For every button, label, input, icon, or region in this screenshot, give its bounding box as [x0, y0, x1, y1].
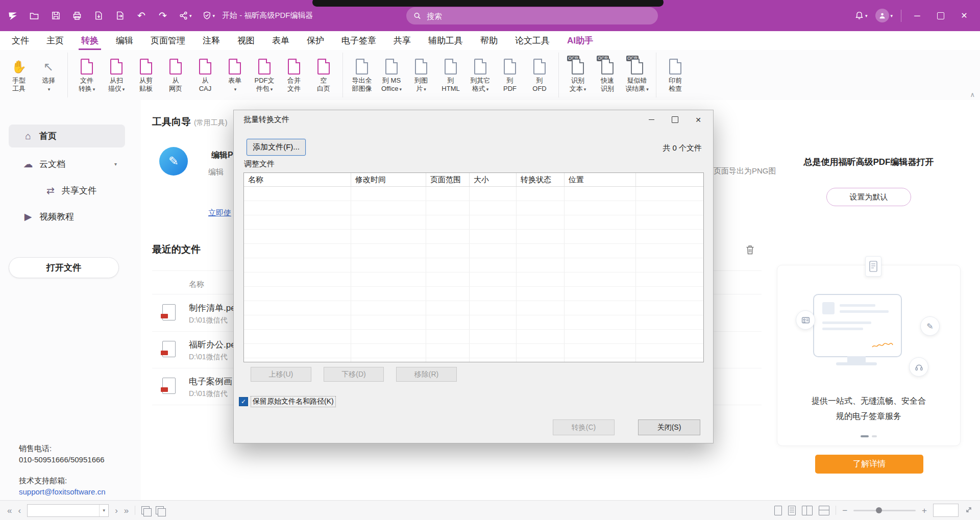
minimize-button[interactable]: ─: [910, 8, 925, 23]
redo-icon[interactable]: ↷: [157, 10, 168, 21]
share-icon[interactable]: ▾: [179, 10, 192, 21]
ribbon-tool[interactable]: OCR 疑似错 误结果▾: [622, 53, 656, 97]
sidebar-item[interactable]: ▶ 视频教程 ▾: [9, 205, 125, 228]
trash-icon[interactable]: [746, 245, 754, 257]
export-image-icon[interactable]: [93, 10, 104, 21]
sidebar-item[interactable]: ⇄ 共享文件 ▾: [9, 181, 125, 200]
dialog-close-button[interactable]: 关闭(S): [638, 419, 700, 435]
menu-item[interactable]: 视图: [229, 31, 263, 50]
add-files-button[interactable]: 添加文件(F)...: [247, 139, 306, 156]
carousel-dots[interactable]: [777, 435, 960, 437]
zoom-slider-thumb[interactable]: [876, 507, 882, 513]
menu-item[interactable]: 文件: [3, 31, 38, 50]
keep-paths-checkbox[interactable]: ✓: [239, 397, 248, 406]
ribbon-tool[interactable]: 合并 文件▾: [279, 53, 309, 97]
clipboard-icon[interactable]: [156, 506, 164, 514]
chevron-down-icon[interactable]: ▼: [99, 505, 108, 516]
support-email-link[interactable]: support@foxitsoftware.cn: [19, 486, 105, 498]
open-file-button[interactable]: 打开文件: [9, 257, 119, 278]
learn-more-button[interactable]: 了解详情: [815, 455, 923, 474]
ribbon-tool[interactable]: PDF文 件包▾: [250, 53, 279, 97]
ribbon-tool[interactable]: 到其它 格式▾: [465, 53, 495, 97]
table-column-header[interactable]: 修改时间: [351, 173, 426, 186]
ribbon-tool[interactable]: OCR 识别 文本▾: [563, 53, 593, 97]
table-column-header[interactable]: 转换状态: [517, 173, 565, 186]
menu-item[interactable]: 论文工具: [506, 31, 558, 50]
continuous-view-icon[interactable]: [788, 506, 796, 515]
next-page-icon[interactable]: ›: [115, 506, 118, 515]
ribbon-tool[interactable]: 导出全 部图像▾: [347, 53, 377, 97]
page-number-input[interactable]: [28, 507, 99, 514]
keep-paths-label[interactable]: 保留原始文件名和路径(K): [252, 397, 335, 406]
use-now-link[interactable]: 立即使: [208, 208, 231, 218]
menu-item[interactable]: 页面管理: [142, 31, 194, 50]
notifications-bell-icon[interactable]: ▾: [854, 10, 868, 21]
menu-item[interactable]: 电子签章: [333, 31, 385, 50]
convert-button[interactable]: 转换(C): [553, 419, 615, 435]
ribbon-tool[interactable]: ↖ 选择 ▾: [34, 53, 68, 97]
set-default-button[interactable]: 设置为默认: [826, 188, 911, 206]
ribbon-tool[interactable]: 空 白页▾: [309, 53, 343, 97]
ribbon-tool[interactable]: 表单 ▾: [220, 53, 250, 97]
first-page-icon[interactable]: «: [7, 506, 12, 515]
page-number-combo[interactable]: ▼: [27, 504, 109, 517]
zoom-slider[interactable]: [853, 510, 916, 511]
sidebar-item[interactable]: ☁ 云文档 ▾: [9, 153, 125, 176]
single-page-view-icon[interactable]: [774, 506, 782, 515]
ribbon-tool[interactable]: 到 PDF▾: [495, 53, 525, 97]
ribbon-tool[interactable]: 到 MS Office▾: [377, 53, 406, 97]
edit-pdf-tool-icon[interactable]: ✎: [159, 147, 188, 176]
ribbon-collapse-icon[interactable]: ∧: [970, 91, 975, 519]
menu-item[interactable]: 辅助工具: [420, 31, 472, 50]
chevron-down-icon[interactable]: ▾: [114, 161, 117, 167]
menu-item[interactable]: AI助手: [558, 31, 602, 50]
snapshot-icon[interactable]: [141, 506, 150, 514]
ribbon-tool[interactable]: 从剪 贴板▾: [131, 53, 161, 97]
ribbon-tool[interactable]: 到 OFD▾: [525, 53, 559, 97]
zoom-percentage-input[interactable]: [933, 504, 959, 517]
search-input[interactable]: [426, 11, 651, 21]
last-page-icon[interactable]: »: [124, 506, 129, 515]
ribbon-tool[interactable]: 从扫 描仪▾: [102, 53, 131, 97]
facing-continuous-view-icon[interactable]: [819, 506, 829, 515]
previous-page-icon[interactable]: ‹: [18, 506, 21, 515]
table-column-header[interactable]: 大小: [470, 173, 517, 186]
tool-card-title[interactable]: 编辑P: [211, 150, 233, 161]
ribbon-tool[interactable]: 文件 转换▾: [72, 53, 102, 97]
close-button[interactable]: ✕: [957, 8, 972, 23]
ribbon-tool[interactable]: 到图 片▾: [406, 53, 436, 97]
dialog-minimize-button[interactable]: [640, 110, 663, 129]
ribbon-tool[interactable]: 到 HTML▾: [436, 53, 465, 97]
table-column-header[interactable]: 名称: [244, 173, 351, 186]
export-file-icon[interactable]: [114, 10, 126, 21]
ribbon-tool[interactable]: 印前 检查▾: [660, 53, 690, 97]
menu-item[interactable]: 转换: [72, 31, 107, 50]
menu-item[interactable]: 表单: [263, 31, 298, 50]
menu-item[interactable]: 保护: [298, 31, 333, 50]
menu-item[interactable]: 帮助: [472, 31, 506, 50]
maximize-button[interactable]: [933, 8, 948, 23]
menu-item[interactable]: 共享: [385, 31, 420, 50]
zoom-out-icon[interactable]: −: [842, 506, 847, 515]
remove-button[interactable]: 移除(R): [396, 367, 457, 382]
menu-item[interactable]: 编辑: [107, 31, 142, 50]
facing-view-icon[interactable]: [802, 506, 813, 515]
table-column-header[interactable]: 位置: [565, 173, 636, 186]
table-column-header[interactable]: 页面范围: [426, 173, 470, 186]
ribbon-tool[interactable]: ✋ 手型 工具▾: [4, 53, 34, 97]
open-folder-icon[interactable]: [29, 10, 40, 21]
dialog-table-body[interactable]: [244, 187, 703, 362]
ribbon-tool[interactable]: 从 网页▾: [161, 53, 190, 97]
dialog-titlebar[interactable]: 批量转换文件 ✕: [234, 110, 713, 129]
menu-item[interactable]: 主页: [38, 31, 72, 50]
menu-item[interactable]: 注释: [194, 31, 229, 50]
search-box[interactable]: [406, 7, 658, 24]
ribbon-tool[interactable]: OCR 快速 识别▾: [593, 53, 622, 97]
undo-icon[interactable]: ↶: [136, 10, 147, 21]
sidebar-item[interactable]: ⌂ 首页 ▾: [9, 125, 125, 147]
account-avatar[interactable]: ▾: [875, 10, 893, 21]
ribbon-tool[interactable]: 从 CAJ▾: [190, 53, 220, 97]
save-icon[interactable]: [50, 10, 61, 21]
move-up-button[interactable]: 上移(U): [251, 367, 311, 382]
verify-shield-icon[interactable]: ▾: [202, 10, 215, 21]
